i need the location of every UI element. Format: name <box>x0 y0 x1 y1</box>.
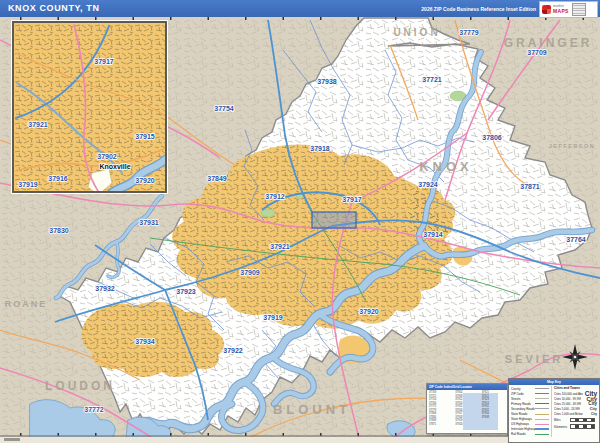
legend-line-sample <box>535 428 549 430</box>
inset-zip-label: 37902 <box>97 153 117 160</box>
legend-line-sample <box>535 393 549 394</box>
legend-line-label: State Roads <box>511 412 535 416</box>
zip-label: 37849 <box>207 175 227 182</box>
zip-label: 37909 <box>240 269 260 276</box>
county-label: SEVIER <box>505 353 563 365</box>
zip-label: 37931 <box>139 219 159 226</box>
legend-city-label: Cities 5,000 - 24,999 <box>554 407 580 411</box>
zip-index-table: ZIP Code Index/Grid Locator 377093772137… <box>426 383 508 434</box>
scale-bar-row: Kilometers <box>554 423 597 430</box>
legend-line-sample <box>535 434 549 435</box>
county-label: ROANE <box>5 299 48 309</box>
zip-label: 37920 <box>359 308 379 315</box>
map-page: UNIONGRAINGERJEFFERSONKNOXSEVIERBLOUNTLO… <box>0 0 600 443</box>
inset-map: 37917379213791537902Knoxville37916379203… <box>12 21 167 193</box>
legend-city-label: Cities 100,000 and Above <box>554 392 583 396</box>
inset-zip-label: Knoxville <box>99 163 130 170</box>
legend-line-sample <box>535 388 549 389</box>
inset-zip-label: 37916 <box>48 175 68 182</box>
index-zip-entry: 37871 <box>429 423 452 427</box>
zip-label: 37709 <box>527 49 547 56</box>
county-label: UNION <box>393 27 440 38</box>
zip-label: 37921 <box>270 243 290 250</box>
zip-label: 37806 <box>482 134 502 141</box>
legend-line-label: Secondary Roads <box>511 407 535 411</box>
brand-badge <box>572 3 586 16</box>
legend-line-label: Interstate Highways <box>511 427 535 431</box>
zip-label: 37912 <box>265 193 285 200</box>
legend-city-row: Cities 1,000 and BelowCity <box>554 412 597 417</box>
zip-label: 37754 <box>214 105 234 112</box>
inset-zip-label: 37921 <box>28 121 48 128</box>
legend-city-label: Cities 1,000 and Below <box>554 412 583 416</box>
brand-star-icon <box>542 5 551 14</box>
legend-line-label: US Highways <box>511 422 535 426</box>
county-label: JEFFERSON <box>549 143 596 149</box>
legend-city-row: Cities 25,000 - 49,999City <box>554 401 597 406</box>
legend-city-sample: City <box>588 401 597 406</box>
zip-label: 37918 <box>310 145 330 152</box>
index-zip-entry: 37938 <box>482 416 505 420</box>
legend-line-sample <box>535 408 549 409</box>
zip-label: 37922 <box>223 347 243 354</box>
index-zip-entry: 37920 <box>455 423 478 427</box>
county-label: GRAINGER <box>504 36 593 50</box>
zip-label: 37871 <box>520 183 540 190</box>
inset-map-svg: 37917379213791537902Knoxville37916379203… <box>14 23 165 191</box>
brand-name-bottom: MAPS <box>553 9 569 14</box>
zip-label: 37830 <box>49 227 69 234</box>
legend-line-sample <box>535 419 549 420</box>
inset-zip-label: 37920 <box>135 177 155 184</box>
zip-label: 37721 <box>422 76 442 83</box>
legend-line-sample <box>535 403 549 404</box>
zip-label: 37924 <box>418 181 438 188</box>
county-label: BLOUNT <box>273 402 351 417</box>
page-title: KNOX COUNTY, TN <box>8 3 100 13</box>
zip-label: 37919 <box>263 314 283 321</box>
zip-label: 37934 <box>135 338 155 345</box>
county-label: LOUDON <box>45 379 115 393</box>
legend-city-label: Cities 50,000 - 99,999 <box>554 397 581 401</box>
header-bar: KNOX COUNTY, TN 2026 ZIP Code Business R… <box>0 0 600 17</box>
zip-label: 37914 <box>423 231 443 238</box>
scale-bar-label: Kilometers <box>554 425 570 429</box>
legend-line-sample <box>535 424 549 425</box>
zip-label: 37932 <box>95 285 115 292</box>
county-label: KNOX <box>419 159 473 174</box>
zip-label: 37779 <box>459 29 479 36</box>
brand-logo: market MAPS <box>539 1 598 18</box>
legend-city-items: Cities and Towns Cities 100,000 and Abov… <box>551 386 597 437</box>
zip-index-body: 3770937721377543776437772377793780637830… <box>427 390 507 433</box>
scale-bar-label: Miles <box>554 418 570 422</box>
inset-zip-label: 37919 <box>18 181 38 188</box>
inset-extent-box <box>312 212 356 228</box>
inset-zip-label: 37917 <box>94 58 114 65</box>
legend-line-label: State Highways <box>511 417 535 421</box>
legend-city-sample: City <box>590 407 597 411</box>
legend-city-label: Cities 25,000 - 49,999 <box>554 402 581 406</box>
edition-label: 2026 ZIP Code Business Reference Inset E… <box>421 6 536 12</box>
copyright-microtext <box>4 438 20 441</box>
legend-line-label: County <box>511 387 535 391</box>
legend-city-sample: City <box>591 412 597 416</box>
legend-line-label: Primary Roads <box>511 402 535 406</box>
zip-label: 37764 <box>566 236 586 243</box>
legend-line-label: Rail Roads <box>511 432 535 436</box>
scale-bar <box>570 424 595 429</box>
inset-zip-label: 37915 <box>135 133 155 140</box>
zip-label: 37938 <box>317 78 337 85</box>
legend-city-row: Cities 5,000 - 24,999City <box>554 407 597 412</box>
legend-line-sample <box>535 414 549 415</box>
map-legend: Map Key CountyZIP CodeStreetsPrimary Roa… <box>508 378 600 443</box>
scale-bar <box>570 418 595 423</box>
zip-label: 37772 <box>84 406 104 413</box>
legend-line-label: ZIP Code <box>511 392 535 396</box>
legend-line-row: Rail Roads <box>511 432 551 437</box>
zip-label: 37917 <box>342 196 362 203</box>
legend-line-label: Streets <box>511 397 535 401</box>
compass-rose-icon <box>560 342 590 372</box>
zip-label: 37923 <box>176 288 196 295</box>
legend-line-items: CountyZIP CodeStreetsPrimary RoadsSecond… <box>511 386 551 437</box>
legend-line-sample <box>535 398 549 399</box>
